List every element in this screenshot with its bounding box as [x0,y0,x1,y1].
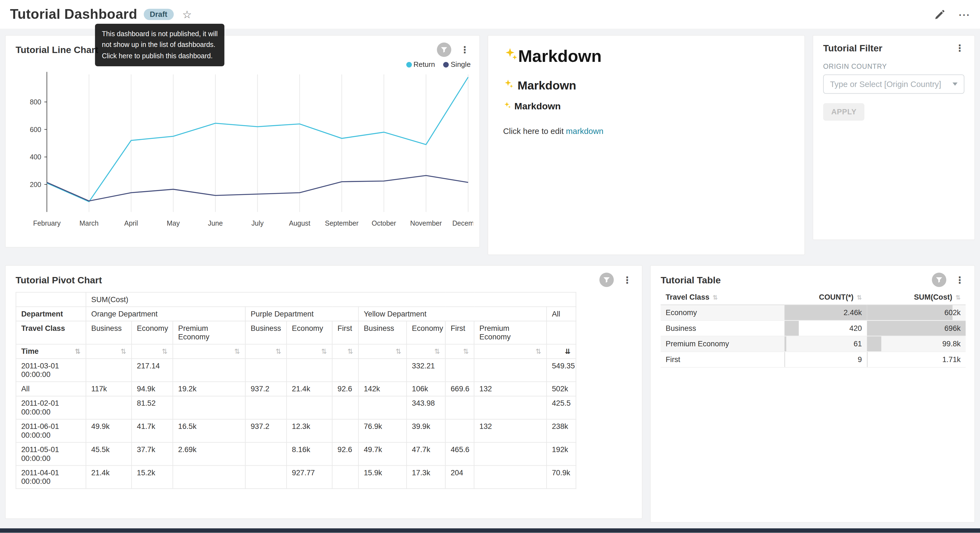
pivot-department-header: Yellow Department [358,307,546,321]
pivot-row: All117k94.9k19.2k937.221.4k92.6142k106k6… [16,382,576,396]
sort-icon[interactable]: ⇅ [234,347,240,356]
line-chart-card: Tutorial Line Chart ⋮ ReturnSingle Febru… [5,35,480,248]
pivot-travel-class-header: Economy [286,321,332,345]
markdown-h3: Markdown [503,101,789,111]
pivot-value-cell: 142k [358,382,406,396]
pivot-value-cell [332,420,358,443]
pivot-travel-class-header: First [445,321,474,345]
travel-class-cell: Economy [660,305,784,321]
pivot-value-cell [286,359,332,382]
pivot-value-cell [474,359,547,382]
pivot-value-cell [332,396,358,420]
table-column-header[interactable]: SUM(Cost)⇅ [867,289,966,305]
pivot-value-cell: 76.9k [358,420,406,443]
pivot-sort-cell[interactable]: ⇅ [286,344,332,359]
sort-desc-icon[interactable]: ⇊ [565,347,571,356]
metric-value: 1.71k [942,355,960,364]
sparkle-icon [503,47,518,66]
favorite-star-icon[interactable]: ☆ [182,9,192,20]
kebab-menu-icon[interactable]: ⋮ [459,45,471,54]
markdown-card[interactable]: Markdown Markdown Markdown Click here to… [487,35,805,255]
pivot-value-cell [245,466,286,489]
pivot-department-header: Purple Department [245,307,359,321]
draft-badge[interactable]: Draft [143,9,173,20]
pivot-value-cell: 12.3k [286,420,332,443]
filter-funnel-icon[interactable] [599,273,614,287]
pivot-value-cell [245,443,286,466]
metric-cell: 1.71k [867,352,966,367]
pivot-sort-cell[interactable]: ⇅ [407,344,445,359]
pivot-sort-cell[interactable]: ⇅ [358,344,406,359]
sort-icon[interactable]: ⇅ [857,294,862,301]
pivot-card-header: Tutorial Pivot Chart ⋮ [6,266,642,288]
pivot-row-label: 2011-03-01 00:00:00 [16,359,86,382]
kebab-menu-icon[interactable]: ⋮ [621,275,633,284]
pivot-row-label: 2011-04-01 00:00:00 [16,466,86,489]
pivot-value-cell: 92.6 [332,443,358,466]
line-chart-area[interactable]: FebruaryMarchAprilMayJuneJulyAugustSepte… [6,68,479,232]
sort-icon[interactable]: ⇅ [434,347,440,356]
sort-icon[interactable]: ⇅ [275,347,281,356]
pivot-value-cell [173,396,245,420]
x-axis-label: April [124,219,138,227]
markdown-edit-link[interactable]: markdown [566,126,603,136]
sort-icon[interactable]: ⇅ [347,347,353,356]
pivot-value-cell: 49.7k [358,443,406,466]
tooltip-line: not show up in the list of dashboards. [102,40,218,50]
markdown-h1-text: Markdown [518,47,601,66]
origin-country-input[interactable] [830,80,949,89]
filter-funnel-icon[interactable] [932,273,946,287]
filter-funnel-icon[interactable] [437,43,451,57]
table-header-row: Travel Class⇅COUNT(*)⇅SUM(Cost)⇅ [660,289,966,305]
pivot-row-label: 2011-02-01 00:00:00 [16,396,86,420]
pivot-card-title: Tutorial Pivot Chart [16,274,102,285]
pivot-travel-class-header: Economy [407,321,445,345]
markdown-h3-text: Markdown [514,101,561,111]
table-body: Economy2.46k602kBusiness420696kPremium E… [660,305,966,367]
metric-cell: 420 [784,320,867,336]
pivot-sort-cell[interactable]: ⇅ [132,344,173,359]
bottom-bar [0,528,980,533]
sort-icon[interactable]: ⇅ [396,347,401,356]
origin-country-select[interactable] [823,74,964,94]
sort-icon[interactable]: ⇅ [120,347,126,356]
pivot-sort-cell[interactable]: ⇅ [245,344,286,359]
more-options-icon[interactable]: ⋯ [958,8,970,21]
pivot-sort-cell[interactable]: ⇅ [86,344,131,359]
sort-icon[interactable]: ⇅ [463,347,469,356]
table-column-header[interactable]: Travel Class⇅ [660,289,784,305]
pivot-sort-cell[interactable]: ⇅ [332,344,358,359]
line-chart-card-actions: ⋮ [437,43,471,57]
kebab-menu-icon[interactable]: ⋮ [954,275,966,284]
pivot-value-cell: 106k [407,382,445,396]
metric-value: 2.46k [844,308,862,317]
x-axis-label: March [80,219,99,227]
publish-tooltip[interactable]: This dashboard is not published, it will… [95,24,224,66]
x-axis-label: October [372,219,396,227]
table-column-header[interactable]: COUNT(*)⇅ [784,289,867,305]
sort-icon[interactable]: ⇅ [536,347,541,356]
kebab-menu-icon[interactable]: ⋮ [954,43,966,53]
sort-icon[interactable]: ⇅ [162,347,167,356]
pivot-sort-cell[interactable]: ⇅ [445,344,474,359]
edit-pencil-icon[interactable] [934,8,946,21]
apply-button[interactable]: APPLY [823,103,865,121]
markdown-h1: Markdown [503,47,789,66]
legend-dot [406,62,412,67]
pivot-row-label: 2011-06-01 00:00:00 [16,420,86,443]
x-axis-label: November [410,219,442,227]
x-axis-label: May [167,219,180,227]
pivot-value-cell: 204 [445,466,474,489]
legend-item[interactable]: Return [406,61,435,68]
sort-icon[interactable]: ⇅ [321,347,327,356]
sort-icon[interactable]: ⇅ [955,294,961,301]
pivot-value-cell: 343.98 [407,396,445,420]
pivot-sort-cell[interactable]: ⇅ [474,344,547,359]
sort-icon[interactable]: ⇅ [713,294,718,301]
pivot-sort-cell[interactable]: ⇊ [547,344,576,359]
table-card-actions: ⋮ [932,273,966,287]
pivot-sort-cell[interactable]: ⇅ [173,344,245,359]
sort-icon[interactable]: ⇅ [75,347,81,356]
pivot-department-header: Orange Department [86,307,245,321]
legend-item[interactable]: Single [443,61,471,68]
